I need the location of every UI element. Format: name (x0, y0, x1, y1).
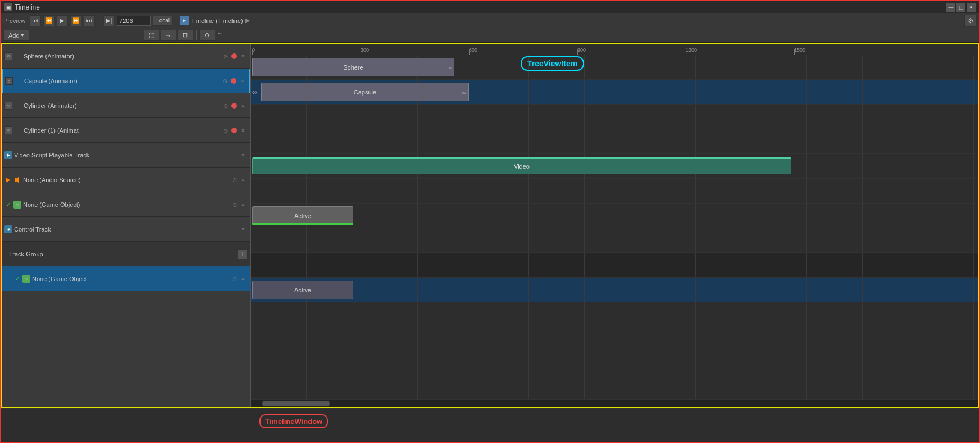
track-record-cylinder1[interactable] (231, 128, 237, 133)
track-record-cylinder[interactable] (231, 103, 237, 109)
preview-label: Preview (3, 17, 25, 24)
close-button[interactable]: ✕ (967, 3, 976, 12)
clip-capsule[interactable]: Capsule ∞ (261, 83, 469, 101)
track-clock-sphere: ◷ (224, 53, 228, 59)
track-name-gameobj: None (Game Object) (23, 201, 231, 208)
toolbar: Preview ⏮ ⏪ ▶ ⏩ ⏭ ▶| Local ▶ Timeline (T… (1, 13, 979, 28)
track-audio[interactable]: ▶ None (Audio Source) ◷ ≡ (2, 168, 250, 192)
view-btn-3[interactable]: ⊞ (177, 30, 193, 41)
track-name-cylinder1: Cylinder (1) (Animat (24, 127, 222, 134)
ruler-mark-1500: 1500 (794, 47, 805, 53)
local-button[interactable]: Local (153, 16, 173, 26)
content-rows: ∞ Sphere TreeViewItem ∞ Capsule ∞ (251, 55, 978, 399)
clip-gameobj[interactable]: Active (252, 206, 353, 225)
view-btn-2[interactable]: → (161, 30, 176, 41)
timeline-window: ▣ Timeline — ▢ ✕ Preview ⏮ ⏪ ▶ ⏩ ⏭ ▶| Lo… (0, 0, 980, 443)
scroll-thumb[interactable] (262, 401, 330, 406)
track-groupchild[interactable]: ✓ ○ None (Game Object ◷ ≡ (2, 266, 250, 291)
track-menu-sphere[interactable]: ≡ (239, 52, 248, 61)
track-control[interactable]: ◈ Control Track ≡ (2, 217, 250, 242)
play-button[interactable]: ▶ (57, 15, 68, 26)
clip-capsule-label: Capsule (354, 89, 376, 96)
clip-sphere[interactable]: ∞ Sphere (252, 58, 454, 76)
step-back-button[interactable]: ⏪ (43, 15, 54, 26)
track-video[interactable]: ▶ Video Script Playable Track ≡ (2, 143, 250, 168)
timeline-icon: ▶ (180, 16, 189, 25)
track-check-gameobj[interactable]: ✓ (4, 201, 12, 209)
ruler-mark-300: 300 (361, 47, 369, 53)
content-extra (251, 302, 978, 399)
tick-1200 (686, 49, 686, 55)
skip-forward-button[interactable]: ⏭ (84, 15, 95, 26)
content-cylinder1 (251, 129, 978, 154)
content-control (251, 228, 978, 253)
track-clock-capsule: ◷ (223, 78, 227, 84)
clip-sphere-label: Sphere (343, 64, 363, 71)
breadcrumb-area: ▶ Timeline (Timeline) ▶ (180, 16, 962, 25)
tick-0 (252, 49, 253, 55)
track-name-control: Control Track (14, 226, 239, 233)
clip-capsule-inf-right: ∞ (462, 89, 466, 95)
track-toggle-cylinder[interactable]: ○ (4, 102, 12, 110)
track-list: ○ Sphere (Animator) ◷ ≡ ○ C (2, 44, 251, 407)
track-name-audio: None (Audio Source) (23, 177, 231, 183)
minimize-button[interactable]: — (946, 3, 955, 12)
animator-icon-cylinder1 (14, 126, 22, 134)
track-menu-cylinder[interactable]: ≡ (239, 101, 248, 110)
group-add-button[interactable]: + (238, 249, 248, 259)
track-menu-groupchild[interactable]: ≡ (239, 274, 248, 283)
track-menu-capsule[interactable]: ≡ (238, 76, 247, 85)
track-toggle-sphere[interactable]: ○ (4, 52, 12, 60)
grid-bg-cylinder (251, 105, 978, 129)
track-record-sphere[interactable] (231, 53, 237, 59)
clip-video[interactable]: Video (252, 157, 791, 174)
svg-marker-1 (17, 177, 19, 183)
track-name-group: Track Group (4, 251, 238, 257)
track-clock-gameobj: ◷ (233, 202, 237, 207)
grid-bg-gameobj (251, 204, 978, 228)
add-button[interactable]: Add ▾ (3, 30, 29, 41)
zoom-icon: ↔ (217, 30, 223, 41)
step-forward-button[interactable]: ⏩ (70, 15, 81, 26)
grid-bg-group (251, 253, 978, 277)
content-groupchild: Active TimelineTreeView (251, 278, 978, 302)
record-button[interactable]: ▶| (103, 15, 115, 26)
track-toggle-capsule[interactable]: ○ (5, 77, 13, 85)
grid-bg-cylinder1 (251, 129, 978, 153)
zoom-button[interactable]: ⊕ (199, 30, 215, 41)
track-cylinder[interactable]: ○ Cylinder (Animator) ◷ ≡ (2, 93, 250, 118)
view-btn-1[interactable]: ⬚ (144, 30, 159, 41)
control-track-icon: ◈ (4, 225, 12, 233)
view-sep (196, 30, 197, 40)
title-bar: ▣ Timeline — ▢ ✕ (1, 1, 979, 13)
track-menu-gameobj[interactable]: ≡ (239, 200, 248, 209)
track-gameobj[interactable]: ✓ ○ None (Game Object) ◷ ≡ (2, 192, 250, 217)
video-track-icon: ▶ (4, 151, 12, 159)
track-check-groupchild[interactable]: ✓ (13, 275, 21, 283)
settings-button[interactable]: ⚙ (964, 15, 977, 27)
track-menu-cylinder1[interactable]: ≡ (239, 126, 248, 135)
track-clock-cylinder1: ◷ (224, 128, 228, 133)
track-record-capsule[interactable] (231, 78, 236, 84)
track-capsule[interactable]: ○ Capsule (Animator) ◷ ≡ (2, 69, 250, 93)
content-capsule: ∞ Capsule ∞ (251, 80, 978, 105)
tick-300 (361, 49, 361, 55)
clip-groupchild[interactable]: Active (252, 281, 353, 299)
track-cylinder1[interactable]: ○ Cylinder (1) (Animat ◷ ≡ (2, 118, 250, 143)
track-toggle-audio[interactable]: ▶ (4, 176, 12, 184)
track-sphere[interactable]: ○ Sphere (Animator) ◷ ≡ (2, 44, 250, 69)
track-name-video: Video Script Playable Track (14, 152, 239, 159)
track-toggle-cylinder1[interactable]: ○ (4, 126, 12, 134)
skip-back-button[interactable]: ⏮ (30, 15, 41, 26)
frame-input[interactable] (117, 16, 151, 26)
track-menu-video[interactable]: ≡ (239, 151, 248, 160)
horizontal-scrollbar[interactable] (251, 399, 978, 407)
groupchild-icon: ○ (22, 275, 30, 283)
track-menu-audio[interactable]: ≡ (239, 175, 248, 184)
gameobj-icon: ○ (13, 201, 21, 209)
track-menu-control[interactable]: ≡ (239, 225, 248, 234)
tick-600 (469, 49, 470, 55)
toolbar-separator-1 (99, 16, 99, 26)
maximize-button[interactable]: ▢ (956, 3, 965, 12)
track-group[interactable]: Track Group + (2, 242, 250, 266)
